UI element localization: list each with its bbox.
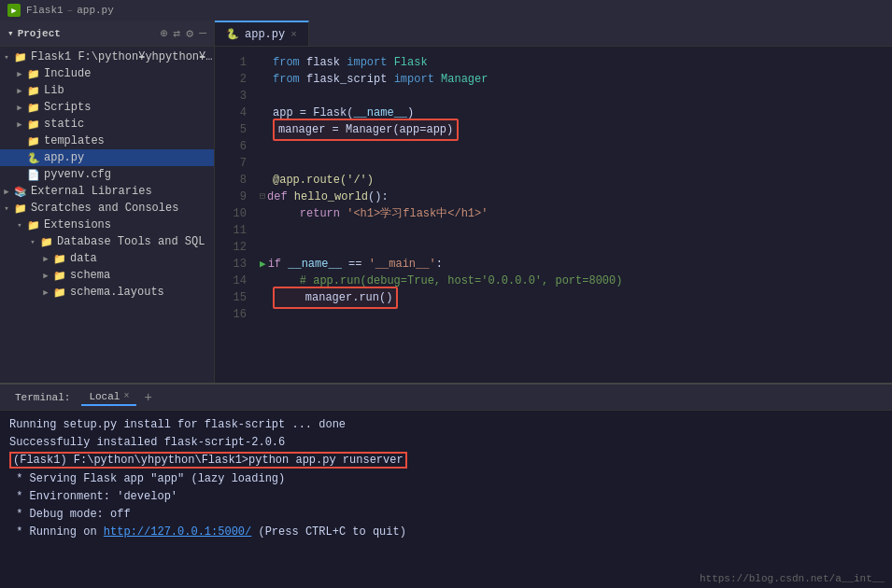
title-bar: ▶ Flask1 – app.py <box>0 0 892 21</box>
tab-label: app.py <box>245 28 285 41</box>
tree-label-pyvenv: pyvenv.cfg <box>44 168 111 181</box>
terminal-cmd-highlight: (Flask1) F:\python\yhpython\Flask1>pytho… <box>9 452 407 469</box>
sidebar: ▾ Project ⊕ ⇄ ⚙ — ▾📁Flask1 F:\python¥yhp… <box>0 21 215 383</box>
terminal-tab-label: Terminal: <box>7 390 78 405</box>
token: flask_script <box>300 71 394 88</box>
fold-indicator-9[interactable]: ⊟ <box>260 189 265 205</box>
terminal-tab-local[interactable]: Local × <box>81 389 136 406</box>
tree-label-schemalayouts: schema.layouts <box>70 286 164 299</box>
line-number-12: 12 <box>215 239 247 256</box>
terminal-tab-close[interactable]: × <box>123 391 129 401</box>
code-line-5: manager = Manager(app=app) <box>260 121 885 138</box>
app-icon: ▶ <box>7 4 21 17</box>
editor-wrapper: 12345678910111213141516 from flask impor… <box>215 47 892 383</box>
terminal-line-7: * Running on http://127.0.0.1:5000/ (Pre… <box>9 524 883 541</box>
line-number-3: 3 <box>215 88 247 105</box>
sidebar-item-dbtools[interactable]: ▾📁Database Tools and SQL <box>0 233 214 250</box>
sidebar-item-data[interactable]: ▶📁data <box>0 250 214 267</box>
sidebar-item-flask1[interactable]: ▾📁Flask1 F:\python¥yhpython¥Flask1 <box>0 49 214 65</box>
terminal-link[interactable]: http://127.0.0.1:5000/ <box>104 525 251 539</box>
tree-arrow-scripts[interactable]: ▶ <box>13 103 26 113</box>
terminal-content[interactable]: Running setup.py install for flask-scrip… <box>0 411 892 588</box>
tab-file-icon: 🐍 <box>226 28 239 40</box>
sidebar-item-pyvenv[interactable]: 📄pyvenv.cfg <box>0 166 214 183</box>
token: flask <box>300 54 347 71</box>
terminal-line-4: * Serving Flask app "app" (lazy loading) <box>9 470 883 488</box>
sidebar-caret[interactable]: ▾ <box>7 27 14 39</box>
title-project: Flask1 <box>26 5 64 16</box>
tree-icon-static: 📁 <box>26 118 41 131</box>
line-number-8: 8 <box>215 172 247 189</box>
add-scope-icon[interactable]: ⊕ <box>161 26 168 41</box>
token: manager = Manager(app=app) <box>278 123 453 136</box>
settings-icon[interactable]: ⚙ <box>186 26 193 41</box>
tree-label-flask1: Flask1 F:\python¥yhpython¥Flask1 <box>31 50 214 63</box>
token: __name__ <box>288 256 342 273</box>
tree-icon-apppy: 🐍 <box>26 151 41 164</box>
tree-arrow-extlibs[interactable]: ▶ <box>0 187 13 197</box>
tree-label-scratches: Scratches and Consoles <box>31 202 178 215</box>
sidebar-item-apppy[interactable]: 🐍app.py <box>0 149 214 166</box>
tree-label-apppy: app.py <box>44 151 84 164</box>
tree-arrow-lib[interactable]: ▶ <box>13 86 26 96</box>
sidebar-item-schemalayouts[interactable]: ▶📁schema.layouts <box>0 284 214 301</box>
line-number-5: 5 <box>215 121 247 138</box>
tree-arrow-schema[interactable]: ▶ <box>39 271 52 281</box>
sidebar-item-include[interactable]: ▶📁Include <box>0 65 214 82</box>
line-number-9: 9 <box>215 189 247 205</box>
sidebar-item-templates[interactable]: 📁templates <box>0 133 214 149</box>
code-line-10: return '<h1>学习flask中</h1>' <box>260 205 885 222</box>
collapse-icon[interactable]: ⇄ <box>174 26 181 41</box>
token: '__main__' <box>369 256 436 273</box>
token: return <box>273 205 347 222</box>
code-line-16 <box>260 306 885 323</box>
sidebar-tree: ▾📁Flask1 F:\python¥yhpython¥Flask1▶📁Incl… <box>0 47 214 383</box>
token: Flask <box>387 54 427 71</box>
tree-arrow-dbtools[interactable]: ▾ <box>26 237 39 247</box>
sidebar-item-schema[interactable]: ▶📁schema <box>0 267 214 284</box>
tree-arrow-data[interactable]: ▶ <box>39 254 52 264</box>
code-line-11 <box>260 222 885 239</box>
tab-apppy[interactable]: 🐍 app.py × <box>215 21 309 46</box>
editor-area: 🐍 app.py × 12345678910111213141516 from … <box>215 21 892 383</box>
tree-arrow-scratches[interactable]: ▾ <box>0 203 13 214</box>
code-line-2: from flask_script import Manager <box>260 71 885 88</box>
sidebar-item-lib[interactable]: ▶📁Lib <box>0 82 214 99</box>
tree-label-data: data <box>70 252 97 265</box>
token: Manager <box>434 71 488 88</box>
tree-label-templates: templates <box>44 134 105 147</box>
sidebar-item-extlibs[interactable]: ▶📚External Libraries <box>0 183 214 200</box>
terminal-add-button[interactable]: + <box>140 390 155 405</box>
line-number-14: 14 <box>215 273 247 289</box>
sidebar-item-scratches[interactable]: ▾📁Scratches and Consoles <box>0 200 214 217</box>
sidebar-item-scripts[interactable]: ▶📁Scripts <box>0 99 214 116</box>
tree-icon-templates: 📁 <box>26 134 41 147</box>
tree-arrow-schemalayouts[interactable]: ▶ <box>39 287 52 298</box>
tree-icon-schemalayouts: 📁 <box>52 286 67 299</box>
tree-icon-dbtools: 📁 <box>39 235 54 248</box>
line-number-13: 13 <box>215 256 247 273</box>
tree-arrow-extensions[interactable]: ▾ <box>13 220 26 231</box>
tree-icon-scripts: 📁 <box>26 101 41 114</box>
line-number-11: 11 <box>215 222 247 239</box>
sidebar-item-extensions[interactable]: ▾📁Extensions <box>0 217 214 233</box>
code-line-1: from flask import Flask <box>260 54 885 71</box>
tree-arrow-include[interactable]: ▶ <box>13 69 26 79</box>
run-indicator-13[interactable]: ▶ <box>260 256 266 273</box>
sidebar-item-static[interactable]: ▶📁static <box>0 116 214 133</box>
token: if <box>268 256 289 273</box>
minimize-icon[interactable]: — <box>199 26 206 41</box>
tree-arrow-flask1[interactable]: ▾ <box>0 52 13 63</box>
token: == <box>342 256 369 273</box>
tree-arrow-static[interactable]: ▶ <box>13 119 26 130</box>
watermark: https://blog.csdn.net/a__int__ <box>700 573 885 584</box>
terminal-line-5: * Environment: 'develop' <box>9 488 883 506</box>
tab-close-button[interactable]: × <box>290 29 297 40</box>
token: from <box>273 71 300 88</box>
code-area[interactable]: from flask import Flaskfrom flask_script… <box>252 47 892 383</box>
tree-icon-extensions: 📁 <box>26 218 41 231</box>
line-numbers: 12345678910111213141516 <box>215 47 252 383</box>
main-area: ▾ Project ⊕ ⇄ ⚙ — ▾📁Flask1 F:\python¥yhp… <box>0 21 892 383</box>
tree-label-extensions: Extensions <box>44 218 111 231</box>
terminal-line-3: (Flask1) F:\python\yhpython\Flask1>pytho… <box>9 452 883 469</box>
